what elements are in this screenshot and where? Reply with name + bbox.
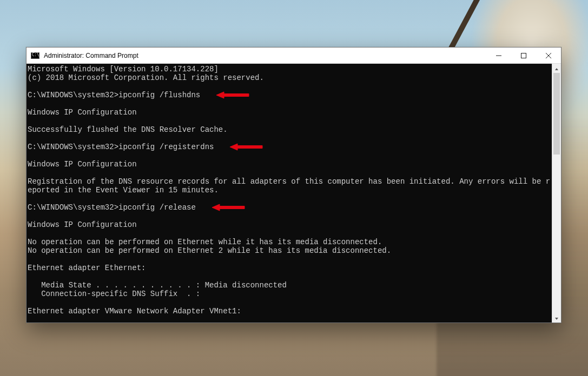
console-line (28, 315, 552, 323)
console-line: Microsoft Windows [Version 10.0.17134.22… (28, 65, 552, 73)
console-output[interactable]: Microsoft Windows [Version 10.0.17134.22… (27, 64, 552, 323)
console-line: No operation can be performed on Etherne… (28, 246, 552, 255)
close-button[interactable] (536, 48, 561, 63)
console-line: No operation can be performed on Etherne… (28, 238, 552, 246)
vertical-scrollbar[interactable] (552, 64, 561, 323)
console-line: (c) 2018 Microsoft Corporation. All righ… (28, 73, 552, 82)
console-line: Media State . . . . . . . . . . . : Medi… (28, 281, 552, 290)
minimize-button[interactable] (486, 48, 511, 63)
console-area: Microsoft Windows [Version 10.0.17134.22… (27, 64, 561, 323)
console-line: Registration of the DNS resource records… (28, 177, 552, 194)
window-controls (486, 48, 561, 63)
maximize-button[interactable] (511, 48, 536, 63)
console-line (28, 298, 552, 307)
app-icon (31, 52, 39, 59)
console-line: C:\WINDOWS\system32>ipconfig /release (28, 203, 552, 212)
console-line (28, 255, 552, 264)
console-line (28, 151, 552, 160)
console-line (28, 99, 552, 108)
svg-marker-5 (555, 68, 558, 70)
console-line: C:\WINDOWS\system32>ipconfig /registerdn… (28, 143, 552, 151)
scrollbar-thumb[interactable] (553, 73, 560, 155)
chevron-down-icon (554, 313, 559, 323)
svg-marker-6 (555, 318, 558, 320)
console-line (28, 134, 552, 143)
console-line: C:\WINDOWS\system32>ipconfig /flushdns (28, 91, 552, 99)
minimize-icon (496, 51, 501, 61)
console-line: Ethernet adapter Ethernet: (28, 264, 552, 272)
chevron-up-icon (554, 64, 559, 73)
command-prompt-window: Administrator: Command Prompt Microsoft … (26, 47, 561, 323)
titlebar[interactable]: Administrator: Command Prompt (27, 48, 561, 64)
console-line: Windows IP Configuration (28, 220, 552, 229)
svg-rect-1 (521, 53, 526, 58)
scroll-down-button[interactable] (552, 313, 561, 323)
console-line (28, 212, 552, 220)
console-line: Ethernet adapter VMware Network Adapter … (28, 307, 552, 315)
console-line: Windows IP Configuration (28, 108, 552, 117)
close-icon (546, 51, 551, 61)
scrollbar-track[interactable] (552, 73, 561, 313)
console-line (28, 117, 552, 125)
console-line (28, 272, 552, 281)
console-line (28, 169, 552, 177)
console-line (28, 229, 552, 238)
scroll-up-button[interactable] (552, 64, 561, 73)
console-line: Connection-specific DNS Suffix . : (28, 290, 552, 298)
console-line: Windows IP Configuration (28, 160, 552, 169)
console-line (28, 194, 552, 203)
svg-rect-0 (496, 55, 501, 56)
window-title: Administrator: Command Prompt (43, 52, 486, 59)
console-line (28, 82, 552, 91)
maximize-icon (521, 51, 526, 61)
console-line: Successfully flushed the DNS Resolver Ca… (28, 125, 552, 134)
